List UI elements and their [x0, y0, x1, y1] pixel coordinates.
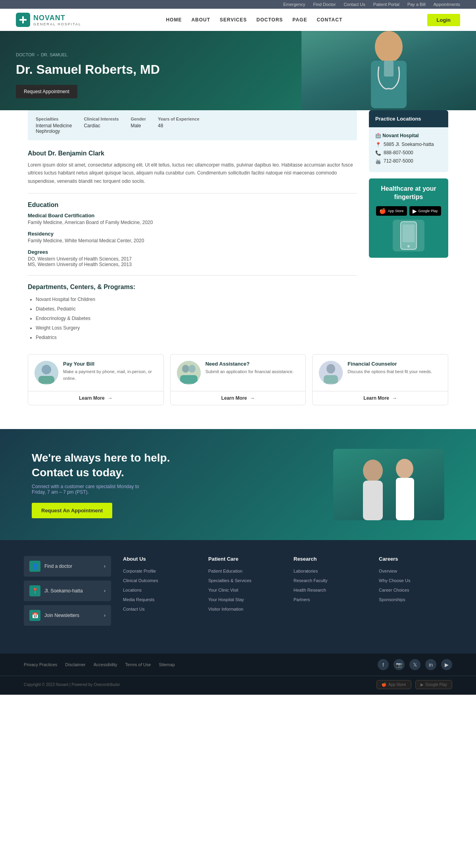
footer-col-research-title: Research — [294, 556, 367, 562]
nav-services[interactable]: SERVICES — [220, 17, 247, 23]
about-text: Lorem ipsum dolor sit amet, consectetur … — [28, 161, 357, 185]
linkedin-icon[interactable]: in — [425, 659, 436, 670]
fax-row: 🖨️ 712-807-5000 — [375, 158, 442, 164]
svg-rect-6 — [403, 224, 415, 242]
hero-section: DOCTOR › DR. SAMUEL Dr. Samuel Roberts, … — [0, 31, 476, 110]
footer-social-links: f 📷 𝕏 in ▶ — [378, 659, 452, 670]
footer-link-media[interactable]: Media Requests — [123, 597, 155, 602]
breadcrumb-sep: › — [37, 52, 38, 57]
practice-info-card: 🏥 Novant Hospital 📍 5885 Jl. Soekamo-hat… — [369, 127, 448, 172]
footer-accessibility[interactable]: Accessibility — [94, 662, 117, 667]
nav-doctors[interactable]: DOCTORS — [257, 17, 283, 23]
svg-rect-4 — [384, 61, 393, 77]
logo-sub: GENERAL HOSPITAL — [33, 22, 81, 26]
footer-link-why-choose[interactable]: Why Choose Us — [379, 578, 410, 583]
topbar-find-doctor[interactable]: Find Doctor — [313, 2, 336, 7]
nav-home[interactable]: HOME — [166, 17, 182, 23]
topbar-contact-us[interactable]: Contact Us — [344, 2, 365, 7]
instagram-icon[interactable]: 📷 — [393, 659, 405, 670]
footer-google-play-btn[interactable]: ▶ Google Play — [415, 680, 452, 689]
footer-link-visitor-info[interactable]: Visitor Information — [208, 607, 243, 611]
nav-about[interactable]: ABOUT — [191, 17, 210, 23]
gender-col: Gender Male — [131, 117, 146, 134]
topbar-appointments[interactable]: Appointments — [434, 2, 460, 7]
request-appointment-hero-btn[interactable]: Request Appointment — [16, 85, 77, 98]
service-img-assistance — [177, 361, 201, 385]
topbar-emergency[interactable]: Emergency — [283, 2, 305, 7]
nav-links: HOME ABOUT SERVICES DOCTORS PAGE CONTACT — [166, 17, 342, 23]
chevron-right-icon: › — [104, 613, 106, 618]
svg-rect-1 — [19, 19, 27, 21]
edu-item-residency: Residency Family Medicine, White Memoria… — [28, 231, 357, 243]
footer-sitemap[interactable]: Sitemap — [159, 662, 175, 667]
nav-contact[interactable]: CONTACT — [317, 17, 342, 23]
footer-quick-newsletter[interactable]: 📅 Join Newsletters › — [24, 605, 111, 626]
apple-icon-footer: 🍎 — [382, 682, 386, 687]
twitter-icon[interactable]: 𝕏 — [409, 659, 420, 670]
footer-copyright: Copyright © 2023 Novant | Powered by One… — [0, 676, 476, 695]
specialties-label: Specialties — [36, 117, 72, 121]
edu-item-board: Medical Board Certification Family Medic… — [28, 213, 357, 225]
arrow-icon: → — [250, 395, 255, 401]
location-label: Jl. Soekamo-hatta — [44, 588, 83, 594]
login-button[interactable]: Login — [427, 14, 460, 26]
cta-image — [333, 449, 444, 520]
logo-text: NOVANT — [33, 14, 65, 22]
counselor-learn-more[interactable]: Learn More → — [313, 391, 448, 405]
divider2 — [28, 275, 357, 276]
edu-board-label: Medical Board Certification — [28, 213, 357, 218]
edu-item-degrees: Degrees DO, Western University of Health… — [28, 249, 357, 267]
footer-link-health-research[interactable]: Health Research — [294, 588, 326, 592]
footer-quick-location[interactable]: 📍 Jl. Soekamo-hatta › — [24, 581, 111, 601]
footer-link-corporate[interactable]: Corporate Profile — [123, 569, 156, 573]
footer-link-labs[interactable]: Laboratories — [294, 569, 318, 573]
topbar-pay-bill[interactable]: Pay a Bill — [407, 2, 426, 7]
newsletter-icon: 📅 — [29, 610, 40, 621]
footer-link-research-faculty[interactable]: Research Faculty — [294, 578, 328, 583]
departments-title: Departments, Centers, & Programs: — [28, 284, 357, 291]
pay-bill-learn-more[interactable]: Learn More → — [28, 391, 163, 405]
footer-quick-find-doctor[interactable]: 👤 Find a doctor › — [24, 556, 111, 577]
location-quick-icon: 📍 — [29, 585, 40, 596]
google-play-button[interactable]: ▶ Google Play — [409, 206, 441, 216]
footer-app-store-label: App Store — [388, 682, 406, 687]
footer-link-hospital-stay[interactable]: Your Hospital Stay — [208, 597, 244, 602]
topbar-patient-portal[interactable]: Patient Portal — [373, 2, 399, 7]
departments-section: Departments, Centers, & Programs: Novant… — [28, 284, 357, 342]
footer-link-partners[interactable]: Partners — [294, 597, 310, 602]
nav-page[interactable]: PAGE — [292, 17, 307, 23]
dept-item: Diabetes, Pediatric — [36, 304, 357, 314]
practice-locations-header: Practice Locations — [369, 110, 448, 127]
youtube-icon[interactable]: ▶ — [441, 659, 452, 670]
breadcrumb-name: DR. SAMUEL — [41, 52, 67, 57]
hospital-name: 🏥 Novant Hospital — [375, 133, 442, 138]
footer-link-sponsorships[interactable]: Sponsorships — [379, 597, 405, 602]
specialties-value2: Nephrology — [36, 128, 60, 134]
service-img-counselor — [319, 361, 343, 385]
footer-privacy[interactable]: Privacy Practices — [24, 662, 57, 667]
google-play-label: Google Play — [418, 209, 438, 213]
app-store-label: App Store — [388, 209, 403, 213]
footer-link-clinic-visit[interactable]: Your Clinic Visit — [208, 588, 238, 592]
footer-link-specialties[interactable]: Specialties & Services — [208, 578, 251, 583]
footer-disclaimer[interactable]: Disclaimer — [65, 662, 85, 667]
experience-value: 48 — [158, 123, 163, 128]
footer-link-locations[interactable]: Locations — [123, 588, 142, 592]
assistance-learn-more[interactable]: Learn More → — [171, 391, 306, 405]
clinical-value: Cardiac — [84, 123, 100, 128]
footer-quick-links: 👤 Find a doctor › 📍 Jl. Soekamo-hatta › … — [24, 556, 111, 626]
facebook-icon[interactable]: f — [378, 659, 389, 670]
footer-link-patient-edu[interactable]: Patient Education — [208, 569, 242, 573]
edu-degrees-label: Degrees — [28, 249, 357, 255]
footer-link-career-choices[interactable]: Career Choices — [379, 588, 409, 592]
footer-app-buttons: 🍎 App Store ▶ Google Play — [376, 680, 452, 689]
footer-terms[interactable]: Terms of Use — [125, 662, 151, 667]
footer-link-contact[interactable]: Contact Us — [123, 607, 144, 611]
location-icon: 📍 — [375, 142, 381, 148]
footer-link-overview[interactable]: Overview — [379, 569, 397, 573]
footer-app-store-btn[interactable]: 🍎 App Store — [376, 680, 411, 689]
footer-link-clinical[interactable]: Clinical Outcomes — [123, 578, 158, 583]
cta-request-btn[interactable]: Request An Appointment — [32, 503, 112, 518]
app-store-button[interactable]: 🍎 App Store — [376, 206, 407, 216]
experience-col: Years of Experience 48 — [158, 117, 200, 134]
